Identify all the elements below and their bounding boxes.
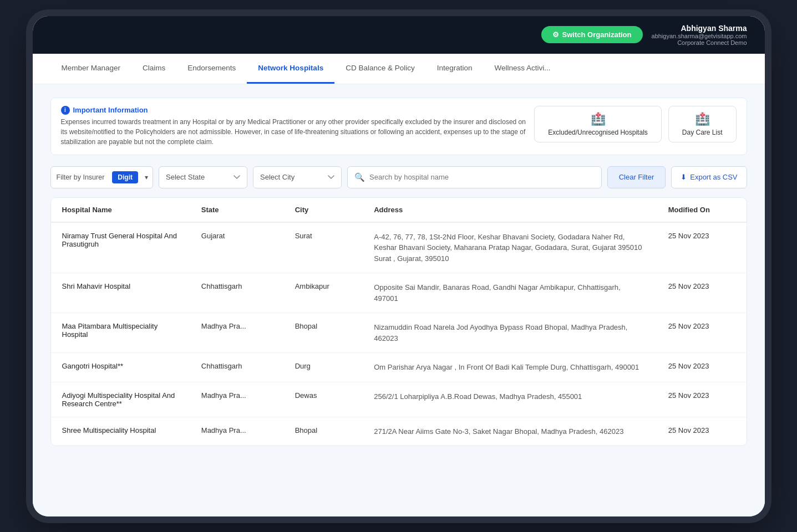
cell-address: Opposite Sai Mandir, Banaras Road, Gandh… bbox=[363, 273, 657, 313]
day-care-icon: 🏥 bbox=[695, 112, 710, 126]
filter-insurer-arrow-icon: ▾ bbox=[140, 173, 153, 181]
info-banner-title: i Important Information bbox=[61, 106, 528, 115]
cell-modified-on: 25 Nov 2023 bbox=[657, 417, 747, 446]
cell-state: Madhya Pra... bbox=[190, 417, 284, 446]
user-name: Abhigyan Sharma bbox=[652, 24, 747, 33]
cell-modified-on: 25 Nov 2023 bbox=[657, 222, 747, 273]
search-icon: 🔍 bbox=[354, 172, 365, 182]
table-row: Adiyogi Multispeciality Hospital And Res… bbox=[51, 382, 747, 417]
col-modified-on: Modified On bbox=[657, 198, 747, 222]
state-select[interactable]: Select State bbox=[159, 166, 247, 188]
col-hospital-name: Hospital Name bbox=[51, 198, 190, 222]
top-bar: ⚙ Switch Organization Abhigyan Sharma ab… bbox=[33, 16, 765, 54]
city-select[interactable]: Select City bbox=[253, 166, 342, 188]
cell-modified-on: 25 Nov 2023 bbox=[657, 353, 747, 382]
info-banner-body: Expenses incurred towards treatment in a… bbox=[61, 117, 528, 147]
nav-member-manager[interactable]: Member Manager bbox=[50, 54, 132, 84]
cell-city: Bhopal bbox=[284, 417, 363, 446]
cell-hospital-name: Shree Multispeciality Hospital bbox=[51, 417, 190, 446]
table-row: Niramay Trust General Hospital And Prasu… bbox=[51, 222, 747, 273]
nav-endorsements[interactable]: Endorsements bbox=[176, 54, 247, 84]
filter-insurer-label: Filter by Insurer bbox=[51, 173, 110, 181]
table-body: Niramay Trust General Hospital And Prasu… bbox=[51, 222, 747, 446]
cell-modified-on: 25 Nov 2023 bbox=[657, 382, 747, 417]
col-state: State bbox=[190, 198, 284, 222]
cell-address: Nizamuddin Road Narela Jod Ayodhya Bypas… bbox=[363, 313, 657, 353]
cell-city: Durg bbox=[284, 353, 363, 382]
download-icon: ⬇ bbox=[681, 173, 687, 181]
table-row: Maa Pitambara Multispeciality Hospital M… bbox=[51, 313, 747, 353]
filter-insurer[interactable]: Filter by Insurer Digit ▾ bbox=[50, 166, 154, 188]
excluded-hospitals-button[interactable]: 🏥 Excluded/Unrecognised Hospitals bbox=[534, 106, 661, 142]
col-city: City bbox=[284, 198, 363, 222]
cell-city: Dewas bbox=[284, 382, 363, 417]
nav-network-hospitals[interactable]: Network Hospitals bbox=[247, 54, 334, 84]
export-csv-button[interactable]: ⬇ Export as CSV bbox=[671, 166, 747, 188]
switch-org-button[interactable]: ⚙ Switch Organization bbox=[541, 26, 643, 43]
cell-modified-on: 25 Nov 2023 bbox=[657, 313, 747, 353]
cell-state: Madhya Pra... bbox=[190, 382, 284, 417]
nav-integration[interactable]: Integration bbox=[426, 54, 484, 84]
cell-address: Om Parishar Arya Nagar , In Front Of Bad… bbox=[363, 353, 657, 382]
nav-wellness[interactable]: Wellness Activi... bbox=[484, 54, 562, 84]
cell-address: A-42, 76, 77, 78, 1St-2Nd Floor, Keshar … bbox=[363, 222, 657, 273]
clear-filter-button[interactable]: Clear Filter bbox=[607, 166, 666, 188]
cell-city: Surat bbox=[284, 222, 363, 273]
search-box: 🔍 bbox=[347, 166, 602, 188]
info-banner: i Important Information Expenses incurre… bbox=[50, 98, 747, 155]
col-address: Address bbox=[363, 198, 657, 222]
filter-insurer-badge: Digit bbox=[112, 171, 138, 183]
table-row: Shri Mahavir Hospital Chhattisgarh Ambik… bbox=[51, 273, 747, 313]
info-banner-text: i Important Information Expenses incurre… bbox=[61, 106, 528, 147]
cell-modified-on: 25 Nov 2023 bbox=[657, 273, 747, 313]
cell-hospital-name: Maa Pitambara Multispeciality Hospital bbox=[51, 313, 190, 353]
user-org: Corporate Connect Demo bbox=[652, 39, 747, 46]
main-content: i Important Information Expenses incurre… bbox=[33, 84, 765, 516]
excluded-hospitals-icon: 🏥 bbox=[591, 112, 606, 126]
cell-state: Chhattisgarh bbox=[190, 353, 284, 382]
switch-org-icon: ⚙ bbox=[552, 30, 559, 39]
cell-state: Chhattisgarh bbox=[190, 273, 284, 313]
cell-city: Bhopal bbox=[284, 313, 363, 353]
cell-hospital-name: Adiyogi Multispeciality Hospital And Res… bbox=[51, 382, 190, 417]
table-header-row: Hospital Name State City Address Modifie… bbox=[51, 198, 747, 222]
banner-buttons: 🏥 Excluded/Unrecognised Hospitals 🏥 Day … bbox=[534, 106, 736, 142]
hospital-table: Hospital Name State City Address Modifie… bbox=[51, 198, 747, 446]
search-input[interactable] bbox=[369, 173, 595, 181]
filters-row: Filter by Insurer Digit ▾ Select State S… bbox=[50, 166, 747, 188]
cell-state: Madhya Pra... bbox=[190, 313, 284, 353]
device-frame: ⚙ Switch Organization Abhigyan Sharma ab… bbox=[33, 16, 765, 516]
cell-hospital-name: Niramay Trust General Hospital And Prasu… bbox=[51, 222, 190, 273]
cell-city: Ambikapur bbox=[284, 273, 363, 313]
hospital-table-container: Hospital Name State City Address Modifie… bbox=[50, 197, 747, 447]
cell-hospital-name: Shri Mahavir Hospital bbox=[51, 273, 190, 313]
day-care-label: Day Care List bbox=[682, 129, 723, 136]
table-row: Gangotri Hospital** Chhattisgarh Durg Om… bbox=[51, 353, 747, 382]
cell-address: 271/2A Near Aiims Gate No-3, Saket Nagar… bbox=[363, 417, 657, 446]
cell-state: Gujarat bbox=[190, 222, 284, 273]
excluded-hospitals-label: Excluded/Unrecognised Hospitals bbox=[548, 129, 647, 136]
nav-claims[interactable]: Claims bbox=[131, 54, 176, 84]
user-info: Abhigyan Sharma abhigyan.sharma@getvisit… bbox=[652, 24, 747, 46]
day-care-list-button[interactable]: 🏥 Day Care List bbox=[668, 106, 737, 142]
user-email: abhigyan.sharma@getvisitapp.com bbox=[652, 33, 747, 39]
table-row: Shree Multispeciality Hospital Madhya Pr… bbox=[51, 417, 747, 446]
cell-hospital-name: Gangotri Hospital** bbox=[51, 353, 190, 382]
cell-address: 256/2/1 Loharpipliya A.B.Road Dewas, Mad… bbox=[363, 382, 657, 417]
switch-org-label: Switch Organization bbox=[562, 30, 632, 39]
info-icon: i bbox=[61, 106, 70, 115]
nav-bar: Member Manager Claims Endorsements Netwo… bbox=[33, 54, 765, 84]
nav-cd-balance[interactable]: CD Balance & Policy bbox=[334, 54, 426, 84]
